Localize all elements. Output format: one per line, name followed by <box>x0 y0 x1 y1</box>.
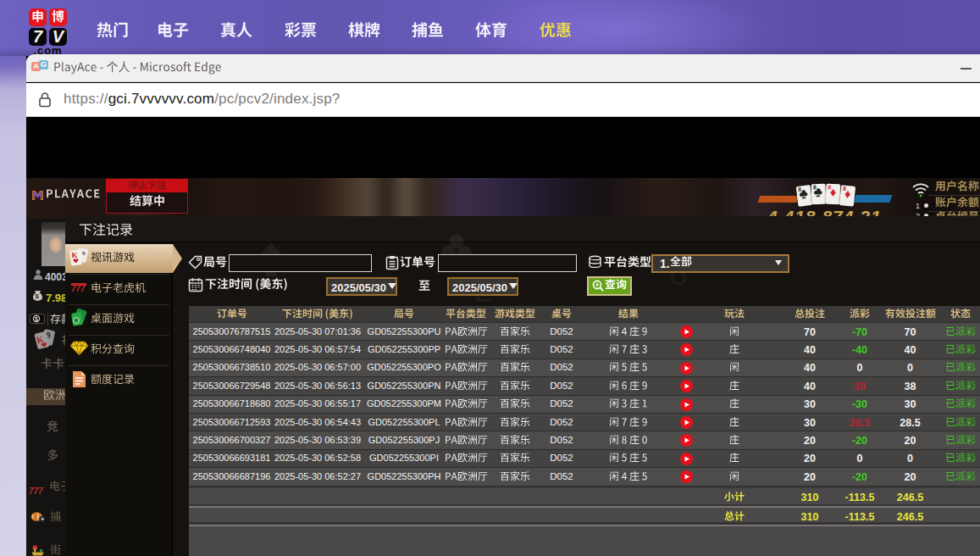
svg-text:9: 9 <box>82 250 86 257</box>
svg-text:K: K <box>72 251 78 259</box>
svg-text:8: 8 <box>828 184 831 190</box>
svg-text:8: 8 <box>798 186 802 192</box>
svg-text:8: 8 <box>813 184 817 190</box>
svg-text:$: $ <box>35 316 38 323</box>
svg-text:8: 8 <box>843 186 847 192</box>
svg-text:$: $ <box>36 292 40 300</box>
svg-text:777: 777 <box>71 284 86 293</box>
